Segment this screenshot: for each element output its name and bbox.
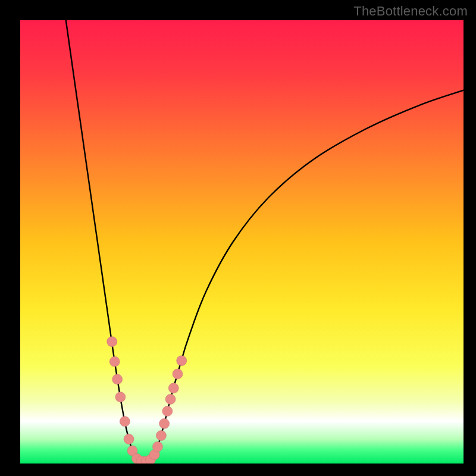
watermark-text: TheBottleneck.com [353, 4, 468, 19]
marker-point [156, 431, 166, 441]
marker-point [107, 337, 117, 347]
marker-point [177, 356, 187, 366]
marker-point [159, 418, 170, 428]
marker-point [124, 434, 134, 444]
marker-point [168, 383, 178, 393]
marker-point [109, 356, 120, 367]
marker-point [165, 394, 176, 404]
marker-point [173, 369, 183, 379]
gradient-background [20, 20, 464, 464]
marker-point [112, 374, 123, 384]
chart-frame: TheBottleneck.com [0, 0, 476, 476]
marker-point [115, 392, 126, 402]
marker-point [162, 406, 173, 416]
marker-point [120, 416, 130, 427]
plot-svg [20, 20, 464, 464]
marker-point [152, 441, 162, 452]
plot-area [20, 20, 464, 464]
